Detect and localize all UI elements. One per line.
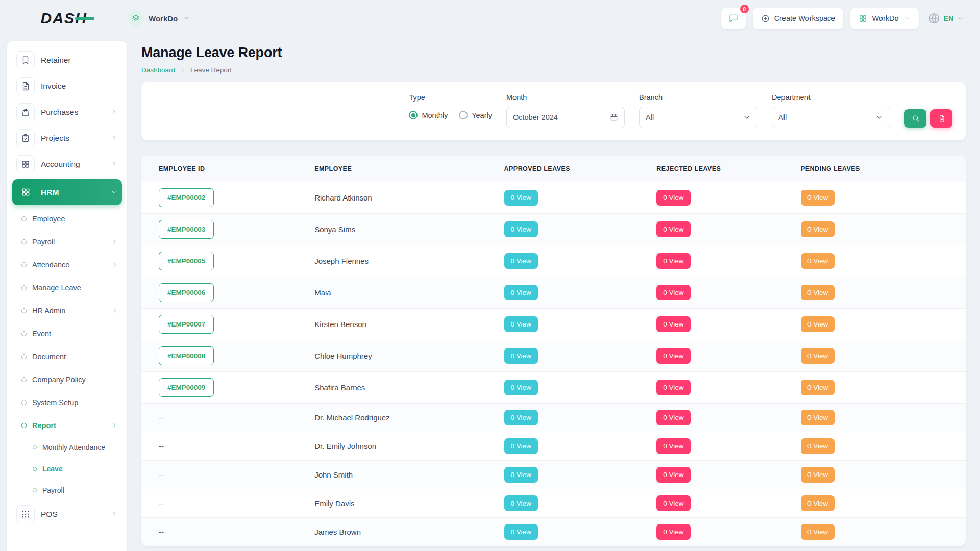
employee-id-chip: -- [159,525,164,539]
logo-dash-icon [75,17,94,20]
employee-id-chip[interactable]: #EMP00002 [159,188,214,207]
workspace-switcher[interactable]: WorkDo [128,10,189,27]
apps-icon [16,505,35,523]
sidebar-item-monthly-attendance[interactable]: Monthly Attendance [23,437,122,458]
radio-monthly[interactable]: Monthly [409,111,448,119]
rejected-leaves-view-button[interactable]: 0 View [656,495,690,511]
table-row: #EMP00009 Shafira Barnes 0 View 0 View 0… [141,372,966,404]
pending-leaves-view-button[interactable]: 0 View [801,438,835,454]
approved-leaves-view-button[interactable]: 0 View [504,190,538,206]
department-label: Department [772,93,890,102]
type-label: Type [409,93,492,102]
sidebar-item-purchases[interactable]: Purchases [12,99,122,125]
rejected-leaves-view-button[interactable]: 0 View [656,285,690,300]
rejected-leaves-view-button[interactable]: 0 View [656,190,690,206]
sidebar-item-hr-admin[interactable]: HR Admin [12,299,122,322]
pending-leaves-view-button[interactable]: 0 View [801,495,835,511]
sidebar-item-accounting[interactable]: Accounting [12,151,122,177]
rejected-leaves-view-button[interactable]: 0 View [656,410,690,425]
sidebar-item-company-policy[interactable]: Company Policy [12,368,122,391]
retainer-icon [16,51,35,69]
pending-leaves-view-button[interactable]: 0 View [801,221,835,237]
grid-icon [16,155,35,173]
pending-leaves-view-button[interactable]: 0 View [801,524,835,540]
pending-leaves-view-button[interactable]: 0 View [801,253,835,269]
messages-button[interactable]: 0 [721,8,746,29]
pending-leaves-view-button[interactable]: 0 View [801,190,835,206]
sidebar-item-projects[interactable]: Projects [12,125,122,151]
create-workspace-button[interactable]: Create Workspace [753,8,844,29]
employee-id-chip[interactable]: #EMP00003 [159,220,214,239]
branch-select[interactable]: All [639,107,757,128]
employee-id-chip[interactable]: #EMP00007 [159,315,214,334]
breadcrumb-dashboard-link[interactable]: Dashboard [141,66,175,74]
sidebar-item-payroll[interactable]: Payroll [23,480,122,501]
rejected-leaves-view-button[interactable]: 0 View [656,524,690,540]
rejected-leaves-view-button[interactable]: 0 View [656,316,690,332]
sidebar-item-invoice[interactable]: Invoice [12,73,122,99]
approved-leaves-view-button[interactable]: 0 View [504,380,538,395]
approved-leaves-view-button[interactable]: 0 View [504,467,538,483]
rejected-leaves-view-button[interactable]: 0 View [656,221,690,237]
sidebar-item-manage-leave[interactable]: Manage Leave [12,276,122,299]
sidebar-item-document[interactable]: Document [12,345,122,368]
rejected-leaves-view-button[interactable]: 0 View [656,253,690,269]
sidebar-item-pos[interactable]: POS [12,501,122,527]
radio-yearly[interactable]: Yearly [459,111,492,119]
rejected-leaves-view-button[interactable]: 0 View [656,467,690,483]
approved-leaves-view-button[interactable]: 0 View [504,410,538,425]
approved-leaves-view-button[interactable]: 0 View [504,316,538,332]
approved-leaves-view-button[interactable]: 0 View [504,524,538,540]
employee-id-chip[interactable]: #EMP00006 [159,283,214,302]
sidebar-hrm-children: Employee Payroll Attendance Manage Leave… [12,207,122,437]
employee-id-chip: -- [159,411,164,424]
sidebar-item-attendance[interactable]: Attendance [12,253,122,276]
sidebar-item-employee[interactable]: Employee [12,207,122,230]
approved-leaves-view-button[interactable]: 0 View [504,253,538,269]
sidebar-item-hrm[interactable]: HRM [12,179,122,205]
approved-leaves-view-button[interactable]: 0 View [504,285,538,300]
brand-logo[interactable]: DASH [40,10,87,27]
sidebar-item-retainer[interactable]: Retainer [12,47,122,73]
approved-leaves-view-button[interactable]: 0 View [504,495,538,511]
chat-icon [728,13,739,23]
sidebar-item-payroll[interactable]: Payroll [12,230,122,253]
department-select[interactable]: All [772,107,890,128]
chevron-right-icon [111,422,118,429]
pending-leaves-view-button[interactable]: 0 View [801,380,835,395]
employee-id-chip[interactable]: #EMP00008 [159,346,214,365]
grid-icon [859,14,867,23]
sidebar-item-leave[interactable]: Leave [23,458,122,480]
col-pending-leaves: Pending Leaves [801,156,966,182]
sidebar-item-event[interactable]: Event [12,322,122,345]
table-row: #EMP00005 Joseph Fiennes 0 View 0 View 0… [141,245,966,277]
rejected-leaves-view-button[interactable]: 0 View [656,438,690,454]
sidebar-item-system-setup[interactable]: System Setup [12,391,122,414]
pending-leaves-view-button[interactable]: 0 View [801,285,835,300]
rejected-leaves-view-button[interactable]: 0 View [656,348,690,364]
employee-id-chip[interactable]: #EMP00005 [159,252,214,270]
main-content: Manage Leave Report Dashboard Leave Repo… [141,41,966,551]
export-button[interactable] [930,109,952,128]
bullet-icon [21,377,27,382]
pending-leaves-view-button[interactable]: 0 View [801,316,835,332]
language-selector[interactable]: EN [926,12,966,24]
employee-name: Chloe Humphrey [314,352,372,360]
pending-leaves-view-button[interactable]: 0 View [801,467,835,483]
employee-id-chip[interactable]: #EMP00009 [159,378,214,397]
employee-id-chip: -- [159,496,164,510]
calendar-icon [610,113,618,121]
sidebar-item-report[interactable]: Report [12,414,122,437]
month-input[interactable]: October 2024 [506,107,625,128]
approved-leaves-view-button[interactable]: 0 View [504,348,538,364]
approved-leaves-view-button[interactable]: 0 View [504,438,538,454]
workspace-menu-button[interactable]: WorkDo [850,8,918,29]
rejected-leaves-view-button[interactable]: 0 View [656,380,690,395]
pending-leaves-view-button[interactable]: 0 View [801,410,835,425]
approved-leaves-view-button[interactable]: 0 View [504,221,538,237]
employee-name: James Brown [314,528,361,536]
employee-name: Dr. Emily Johnson [314,442,376,450]
search-button[interactable] [904,109,926,128]
pending-leaves-view-button[interactable]: 0 View [801,348,835,364]
employee-name: John Smith [314,470,353,479]
